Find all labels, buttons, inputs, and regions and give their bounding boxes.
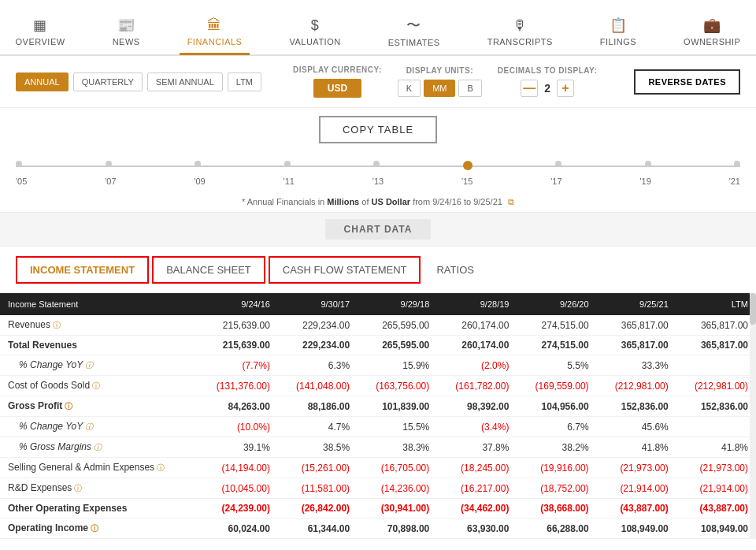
cell-r10-c3: 63,930.00	[437, 518, 517, 539]
currency-button[interactable]: USD	[313, 79, 361, 98]
reverse-dates-button[interactable]: REVERSE DATES	[634, 69, 740, 95]
footnote-bold1: Millions	[327, 197, 359, 206]
period-btn-semi_annual[interactable]: SEMI ANNUAL	[147, 72, 223, 91]
decimals-plus-button[interactable]: +	[557, 80, 574, 97]
unit-btn-k[interactable]: K	[398, 80, 421, 97]
nav-item-overview[interactable]: ▦OVERVIEW	[8, 10, 73, 55]
timeline-label-19: '19	[639, 177, 650, 186]
footnote-mid: of	[361, 197, 369, 206]
cell-r8-c2: (14,236.00)	[358, 478, 437, 499]
cell-r5-c5: 45.6%	[597, 417, 676, 437]
estimates-label: ESTIMATES	[388, 38, 440, 47]
nav-item-news[interactable]: 📰NEWS	[105, 10, 148, 55]
row-label-10: Operating Incomeⓘ	[0, 518, 198, 539]
table-row: Total Revenues215,639.00229,234.00265,59…	[0, 336, 756, 355]
ownership-icon: 💼	[703, 17, 721, 34]
period-btn-quarterly[interactable]: QUARTERLY	[73, 72, 143, 91]
chart-data-button[interactable]: CHART DATA	[325, 219, 432, 240]
cell-r10-c5: 108,949.00	[597, 518, 676, 539]
nav-item-financials[interactable]: 🏛FINANCIALS	[180, 11, 250, 55]
cell-r2-c1: 6.3%	[278, 355, 358, 376]
unit-btn-mm[interactable]: MM	[424, 80, 455, 97]
scroll-thumb[interactable]	[750, 293, 756, 325]
tab-ratios[interactable]: RATIOS	[424, 258, 486, 282]
copy-table-button[interactable]: COPY TABLE	[319, 116, 437, 143]
decimals-minus-button[interactable]: —	[521, 80, 538, 97]
info-icon[interactable]: ⓘ	[74, 484, 82, 492]
cell-r9-c4: (38,668.00)	[517, 499, 596, 518]
cell-r1-c5: 365,817.00	[597, 336, 676, 355]
info-icon[interactable]: ⓘ	[65, 402, 72, 411]
valuation-label: VALUATION	[289, 37, 340, 46]
nav-item-transcripts[interactable]: 🎙TRANSCRIPTS	[480, 11, 561, 55]
info-icon[interactable]: ⓘ	[85, 422, 93, 431]
filings-label: FILINGS	[600, 37, 636, 46]
cell-r4-c4: 104,956.00	[517, 396, 596, 417]
timeline-dot-17[interactable]	[555, 161, 561, 167]
cell-r7-c2: (16,705.00)	[358, 458, 437, 478]
nav-item-ownership[interactable]: 💼OWNERSHIP	[676, 10, 748, 55]
tab-income_statement[interactable]: INCOME STATEMENT	[16, 256, 149, 284]
timeline-label-21: '21	[729, 177, 740, 186]
table-row: Other Operating Expenses(24,239.00)(26,8…	[0, 499, 756, 518]
cell-r1-c4: 274,515.00	[517, 336, 596, 355]
cell-r10-c0: 60,024.00	[198, 518, 278, 539]
cell-r5-c2: 15.5%	[358, 417, 437, 437]
cell-r1-c6: 365,817.00	[676, 336, 756, 355]
cell-r2-c0: (7.7%)	[198, 355, 278, 376]
timeline-dot-15[interactable]	[463, 161, 472, 170]
tab-balance_sheet[interactable]: BALANCE SHEET	[152, 256, 265, 284]
row-label-9: Other Operating Expenses	[0, 499, 198, 518]
info-icon[interactable]: ⓘ	[85, 361, 93, 370]
timeline-dot-19[interactable]	[645, 161, 651, 167]
info-icon[interactable]: ⓘ	[92, 381, 100, 390]
cell-r6-c3: 37.8%	[437, 437, 517, 458]
row-label-0: Revenuesⓘ	[0, 315, 198, 336]
cell-r1-c0: 215,639.00	[198, 336, 278, 355]
tabs-row: INCOME STATEMENTBALANCE SHEETCASH FLOW S…	[0, 247, 756, 293]
tab-cash_flow[interactable]: CASH FLOW STATEMENT	[269, 256, 421, 284]
info-icon[interactable]: ⓘ	[91, 524, 98, 533]
cell-r1-c3: 260,174.00	[437, 336, 517, 355]
cell-r4-c0: 84,263.00	[198, 396, 278, 417]
period-btn-ltm[interactable]: LTM	[228, 72, 261, 91]
timeline-dot-21[interactable]	[734, 161, 740, 167]
cell-r8-c1: (11,581.00)	[278, 478, 358, 499]
currency-section: DISPLAY CURRENCY: USD	[293, 65, 382, 98]
table-row: % Change YoYⓘ(10.0%)4.7%15.5%(3.4%)6.7%4…	[0, 417, 756, 437]
footnote: * Annual Financials in Millions of US Do…	[0, 192, 756, 212]
cell-r2-c4: 5.5%	[517, 355, 596, 376]
timeline-dot-11[interactable]	[284, 161, 291, 167]
overview-icon: ▦	[33, 17, 47, 34]
cell-r2-c3: (2.0%)	[437, 355, 517, 376]
timeline-dot-09[interactable]	[195, 161, 201, 167]
unit-btn-b[interactable]: B	[458, 80, 481, 97]
cell-r9-c1: (26,842.00)	[278, 499, 358, 518]
footnote-bold2: US Dollar	[372, 197, 411, 206]
row-label-1: Total Revenues	[0, 336, 198, 355]
nav-item-valuation[interactable]: $VALUATION	[281, 11, 348, 55]
cell-r9-c2: (30,941.00)	[358, 499, 437, 518]
currency-label: DISPLAY CURRENCY:	[293, 65, 382, 74]
cell-r6-c5: 41.8%	[597, 437, 676, 458]
period-btn-annual[interactable]: ANNUAL	[16, 72, 69, 91]
timeline-dot-07[interactable]	[106, 161, 112, 167]
row-label-4: Gross Profitⓘ	[0, 396, 198, 417]
period-group: ANNUALQUARTERLYSEMI ANNUALLTM	[16, 72, 261, 91]
timeline-dot-05[interactable]	[16, 161, 22, 167]
cell-r6-c1: 38.5%	[278, 437, 358, 458]
timeline-dot-13[interactable]	[373, 161, 380, 167]
info-icon[interactable]: ⓘ	[53, 321, 61, 329]
timeline-track[interactable]	[16, 158, 740, 173]
cell-r8-c4: (18,752.00)	[517, 478, 596, 499]
info-icon[interactable]: ⓘ	[94, 443, 102, 452]
timeline-label-09: '09	[194, 177, 205, 186]
cell-r7-c3: (18,245.00)	[437, 458, 517, 478]
info-icon[interactable]: ⓘ	[157, 463, 165, 472]
nav-item-estimates[interactable]: 〜ESTIMATES	[380, 9, 448, 56]
scroll-track[interactable]	[750, 293, 756, 539]
copy-icon[interactable]: ⧉	[508, 197, 514, 206]
cell-r5-c6	[676, 417, 756, 437]
cell-r0-c5: 365,817.00	[597, 315, 676, 336]
nav-item-filings[interactable]: 📋FILINGS	[592, 10, 644, 55]
